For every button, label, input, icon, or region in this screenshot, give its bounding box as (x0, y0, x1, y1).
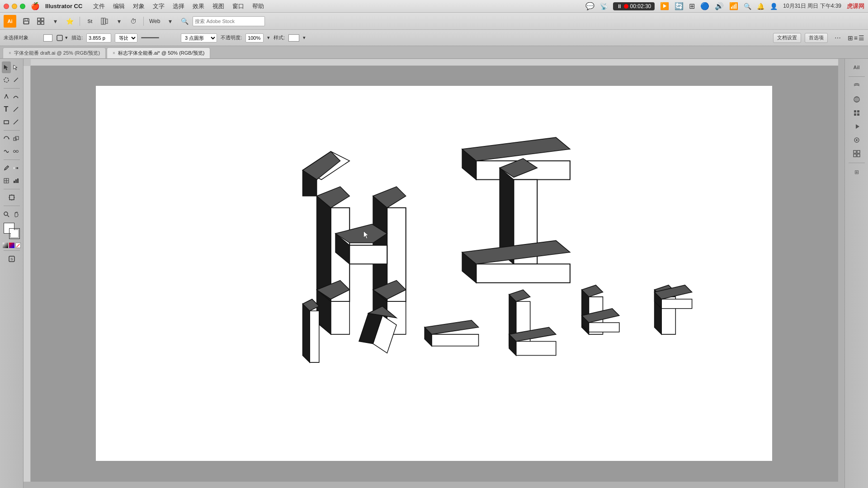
stroke-value-input[interactable] (86, 33, 111, 42)
svg-marker-71 (303, 304, 310, 362)
scrollbar-horizontal[interactable] (24, 482, 838, 488)
menu-effect[interactable]: 效果 (189, 1, 208, 11)
opacity-input[interactable] (245, 33, 264, 42)
gradient-tool[interactable] (11, 162, 20, 174)
doc-settings-btn[interactable]: 文档设置 (773, 33, 801, 43)
wifi-icon[interactable]: 📶 (729, 2, 738, 10)
scale-tool[interactable] (11, 133, 20, 145)
right-panel-icon-4[interactable] (849, 107, 865, 119)
svg-rect-17 (4, 121, 9, 124)
bluetooth-icon[interactable]: 🔵 (700, 2, 709, 10)
stroke-color[interactable] (9, 228, 20, 239)
direct-select-tool[interactable] (11, 61, 20, 73)
line-tool[interactable] (11, 103, 20, 115)
canvas-document (96, 86, 772, 461)
play-icon[interactable]: ▶️ (660, 2, 669, 10)
eyedropper-tool[interactable] (2, 162, 11, 174)
maximize-button[interactable] (20, 4, 25, 9)
dropdown-arrow[interactable]: ▾ (49, 15, 61, 28)
tab-close-0[interactable]: × (9, 51, 11, 56)
magic-wand-tool[interactable] (11, 74, 20, 86)
svg-line-38 (7, 216, 9, 217)
stroke-style-dropdown[interactable]: 3 点圆形 (181, 33, 217, 42)
svg-rect-4 (41, 18, 44, 21)
shape-group: ▾ (56, 34, 68, 42)
pause-icon[interactable]: ⏸ (617, 3, 622, 9)
artboard-tool[interactable] (4, 192, 20, 203)
zoom-tool[interactable] (2, 208, 11, 220)
search-icon[interactable]: 🔍 (744, 3, 751, 10)
audio-icon[interactable]: 🔊 (715, 2, 724, 10)
fill-swatch[interactable] (43, 34, 52, 42)
curvature-tool[interactable] (11, 91, 20, 103)
right-panel-icon-2[interactable] (849, 80, 865, 92)
minimize-button[interactable] (12, 4, 17, 9)
close-button[interactable] (4, 4, 9, 9)
notification-icon[interactable]: 🔔 (757, 3, 764, 10)
ellipse-tool[interactable] (11, 116, 20, 128)
grid-icon[interactable]: ⊞ (689, 2, 695, 10)
lasso-tool[interactable] (2, 74, 11, 86)
right-panel-icon-5[interactable] (849, 121, 865, 132)
menu-help[interactable]: 帮助 (249, 1, 268, 11)
right-panel-icon-6[interactable] (849, 134, 865, 146)
menu-text[interactable]: 文字 (149, 1, 168, 11)
star-icon[interactable]: ⭐ (63, 15, 76, 28)
type-tool[interactable]: T (2, 103, 11, 115)
canvas-area[interactable] (24, 59, 844, 488)
rotate-tool[interactable] (2, 133, 11, 145)
style-swatch[interactable] (288, 34, 299, 42)
svg-rect-6 (41, 22, 44, 24)
gradient-color-btn[interactable] (9, 243, 14, 248)
arrange-icon[interactable] (34, 15, 47, 28)
symbol-tool[interactable]: S (4, 253, 20, 265)
mesh-tool[interactable] (2, 175, 11, 187)
save-icon[interactable] (20, 15, 33, 28)
piece-4-lshape (509, 290, 556, 355)
pen-tool[interactable] (2, 91, 11, 103)
right-panel-icon-3[interactable] (849, 94, 865, 105)
menu-file[interactable]: 文件 (90, 1, 108, 11)
menu-object[interactable]: 对象 (129, 1, 148, 11)
menu-window[interactable]: 窗口 (229, 1, 248, 11)
timer-icon[interactable]: ⏱ (127, 15, 140, 28)
stroke-type-dropdown[interactable]: 等比 (115, 33, 137, 42)
distribute-icon[interactable]: ≡ (854, 34, 858, 42)
hand-tool[interactable] (11, 208, 20, 220)
color-swatches[interactable] (4, 223, 20, 239)
scrollbar-vertical[interactable] (838, 59, 844, 488)
right-panel-icon-8[interactable]: ⊞ (849, 166, 865, 178)
st-button[interactable]: St (84, 15, 96, 28)
menu-select[interactable]: 选择 (169, 1, 188, 11)
right-panel-icon-1[interactable]: Ail (849, 61, 865, 73)
tab-1[interactable]: × 标志字体全能番.ai* @ 50% (RGB/预览) (107, 47, 210, 58)
menu-edit[interactable]: 编辑 (109, 1, 128, 11)
graph-tool[interactable] (11, 175, 20, 187)
none-btn[interactable] (15, 243, 21, 248)
search-stock-icon[interactable]: 🔍 (178, 15, 191, 28)
web-dropdown-arrow[interactable]: ▾ (164, 15, 176, 28)
library-icon[interactable] (98, 15, 111, 28)
user-icon[interactable]: 👤 (770, 3, 778, 10)
align-icon[interactable]: ⊞ (848, 34, 853, 42)
apple-icon[interactable]: 🍎 (31, 2, 40, 10)
rect-tool[interactable] (2, 116, 11, 128)
more-icon[interactable]: ☰ (859, 34, 864, 42)
tab-close-1[interactable]: × (113, 51, 115, 56)
preferences-btn[interactable]: 首选项 (805, 33, 828, 43)
none-color-btn[interactable] (3, 243, 8, 248)
right-panel-icon-7[interactable] (849, 148, 865, 160)
wechat-icon[interactable]: 💬 (585, 2, 594, 10)
activity-icon[interactable]: 🔄 (675, 2, 684, 10)
tab-0[interactable]: × 字体全能番 draft.ai @ 25% (RGB/预览) (3, 47, 106, 58)
dropdown2[interactable]: ▾ (113, 15, 125, 28)
no-selection-label: 未选择对象 (4, 34, 40, 41)
select-tool[interactable] (2, 61, 11, 73)
blend-tool[interactable] (11, 145, 20, 157)
stock-search-input[interactable] (193, 16, 265, 26)
props-more-icon[interactable]: ⋯ (831, 32, 844, 44)
warp-tool[interactable] (2, 145, 11, 157)
web-dropdown-label[interactable]: Web (147, 18, 162, 24)
menu-view[interactable]: 视图 (209, 1, 228, 11)
broadcast-icon[interactable]: 📡 (600, 3, 608, 10)
